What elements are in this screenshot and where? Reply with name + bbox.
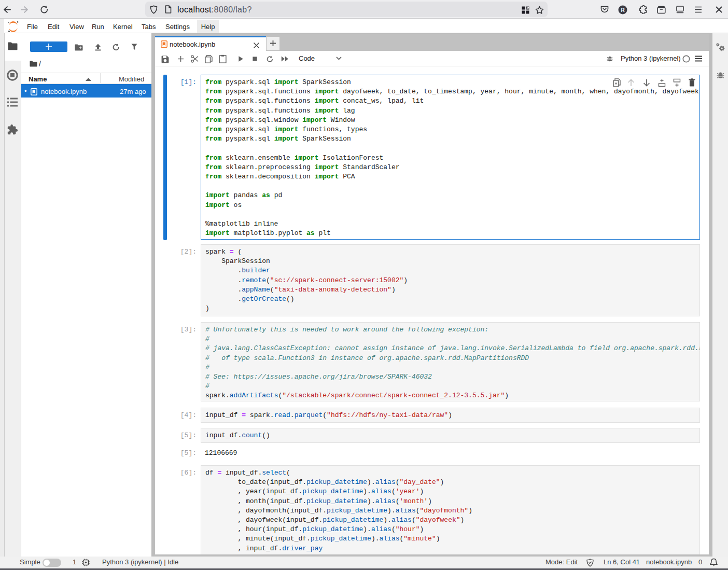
svg-text:R: R: [621, 7, 625, 13]
